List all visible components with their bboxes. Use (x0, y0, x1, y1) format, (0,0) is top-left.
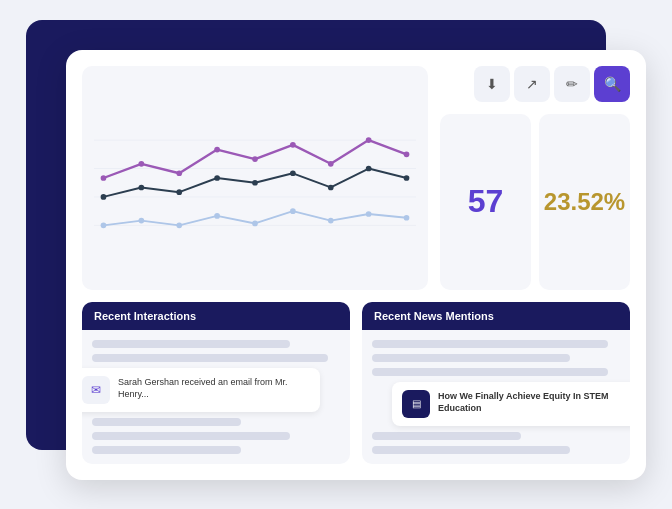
svg-point-20 (366, 165, 372, 171)
right-panel: ⬇ ↗ ✏ 🔍 57 23.52% (440, 66, 630, 290)
svg-point-9 (290, 142, 296, 148)
recent-interactions-header: Recent Interactions (82, 302, 350, 330)
news-article-icon: ▤ (402, 390, 430, 418)
news-placeholder-4 (372, 432, 521, 440)
line-chart (94, 78, 416, 278)
download-button[interactable]: ⬇ (474, 66, 510, 102)
svg-point-6 (176, 170, 182, 176)
news-item[interactable]: ▤ How We Finally Achieve Equity In STEM … (392, 382, 630, 426)
placeholder-line-1 (92, 340, 290, 348)
percentage-stat-card: 23.52% (539, 114, 630, 290)
count-value: 57 (468, 183, 504, 220)
recent-news-card: Recent News Mentions ▤ How We Finally Ac… (362, 302, 630, 464)
news-placeholder-2 (372, 354, 570, 362)
svg-point-22 (101, 222, 107, 228)
svg-point-10 (328, 160, 334, 166)
svg-point-19 (328, 184, 334, 190)
svg-point-18 (290, 170, 296, 176)
placeholder-line-2 (92, 354, 328, 362)
svg-point-30 (404, 214, 410, 220)
svg-point-14 (139, 184, 145, 190)
svg-point-11 (366, 137, 372, 143)
count-stat-card: 57 (440, 114, 531, 290)
outer-container: ⬇ ↗ ✏ 🔍 57 23.52% (26, 20, 646, 490)
interaction-item[interactable]: ✉ Sarah Gershan received an email from M… (82, 368, 320, 412)
svg-point-15 (176, 189, 182, 195)
recent-news-body: ▤ How We Finally Achieve Equity In STEM … (362, 330, 630, 464)
svg-point-25 (214, 213, 220, 219)
svg-point-13 (101, 194, 107, 200)
svg-point-28 (328, 217, 334, 223)
news-placeholder-1 (372, 340, 608, 348)
action-buttons: ⬇ ↗ ✏ 🔍 (440, 66, 630, 102)
svg-point-12 (404, 151, 410, 157)
email-icon: ✉ (82, 376, 110, 404)
news-text: How We Finally Achieve Equity In STEM Ed… (438, 390, 630, 415)
stats-row: 57 23.52% (440, 114, 630, 290)
share-button[interactable]: ↗ (514, 66, 550, 102)
svg-point-7 (214, 146, 220, 152)
interaction-text: Sarah Gershan received an email from Mr.… (118, 376, 310, 401)
svg-point-16 (214, 175, 220, 181)
svg-point-8 (252, 156, 258, 162)
recent-news-header: Recent News Mentions (362, 302, 630, 330)
svg-point-27 (290, 208, 296, 214)
bottom-row: Recent Interactions ✉ Sarah Gershan rece… (82, 302, 630, 464)
placeholder-line-4 (92, 432, 290, 440)
edit-button[interactable]: ✏ (554, 66, 590, 102)
recent-interactions-body: ✉ Sarah Gershan received an email from M… (82, 330, 350, 464)
placeholder-line-5 (92, 446, 241, 454)
top-row: ⬇ ↗ ✏ 🔍 57 23.52% (82, 66, 630, 290)
search-button[interactable]: 🔍 (594, 66, 630, 102)
news-placeholder-3 (372, 368, 608, 376)
svg-point-26 (252, 220, 258, 226)
svg-point-21 (404, 175, 410, 181)
svg-point-5 (139, 160, 145, 166)
svg-point-29 (366, 211, 372, 217)
chart-area (82, 66, 428, 290)
recent-interactions-card: Recent Interactions ✉ Sarah Gershan rece… (82, 302, 350, 464)
svg-point-23 (139, 217, 145, 223)
svg-point-24 (176, 222, 182, 228)
placeholder-line-3 (92, 418, 241, 426)
svg-point-4 (101, 175, 107, 181)
percentage-value: 23.52% (544, 188, 625, 216)
main-card: ⬇ ↗ ✏ 🔍 57 23.52% (66, 50, 646, 480)
svg-point-17 (252, 179, 258, 185)
news-placeholder-5 (372, 446, 570, 454)
